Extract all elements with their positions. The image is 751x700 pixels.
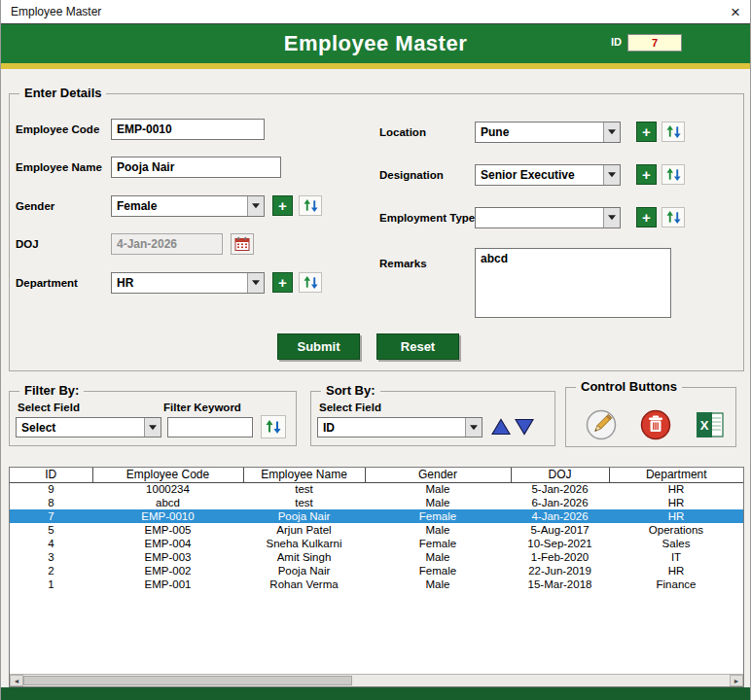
table-cell[interactable]: Sales xyxy=(609,537,743,550)
delete-button[interactable] xyxy=(638,407,673,442)
table-cell[interactable]: EMP-004 xyxy=(92,537,243,550)
filter-keyword-input[interactable] xyxy=(167,417,253,438)
table-row[interactable]: 3EMP-003Amit SinghMale1-Feb-2020IT xyxy=(10,550,743,564)
table-cell[interactable]: test xyxy=(243,496,365,509)
id-field[interactable]: 7 xyxy=(627,34,682,52)
table-cell[interactable]: Male xyxy=(365,496,511,509)
column-header-employee-name[interactable]: Employee Name xyxy=(243,468,365,482)
table-cell[interactable]: HR xyxy=(609,496,743,509)
table-cell[interactable]: Male xyxy=(365,482,511,496)
refresh-location-button[interactable] xyxy=(662,122,685,142)
apply-filter-button[interactable] xyxy=(261,415,286,438)
submit-button[interactable]: Submit xyxy=(277,333,360,360)
table-row[interactable]: 1EMP-001Rohan VermaMale15-Mar-2018Financ… xyxy=(10,578,743,591)
table-cell[interactable]: Female xyxy=(365,509,511,523)
table-cell[interactable]: 9 xyxy=(10,482,92,496)
chevron-down-icon[interactable] xyxy=(247,196,264,216)
table-cell[interactable]: EMP-002 xyxy=(92,564,243,578)
table-cell[interactable]: EMP-0010 xyxy=(92,509,243,523)
table-cell[interactable]: 4-Jan-2026 xyxy=(511,509,609,523)
remarks-textarea[interactable]: abcd xyxy=(475,248,671,318)
table-cell[interactable]: test xyxy=(243,482,365,496)
add-designation-button[interactable]: + xyxy=(636,164,657,185)
add-location-button[interactable]: + xyxy=(636,122,657,142)
column-header-id[interactable]: ID xyxy=(10,468,92,482)
scroll-left-icon[interactable]: ◄ xyxy=(10,675,23,686)
table-cell[interactable]: 5-Jan-2026 xyxy=(511,482,609,496)
table-cell[interactable]: 22-Jun-2019 xyxy=(511,564,609,578)
employee-code-input[interactable] xyxy=(111,119,265,140)
scroll-right-icon[interactable]: ► xyxy=(730,675,743,686)
table-cell[interactable]: Male xyxy=(365,578,511,591)
chevron-down-icon[interactable] xyxy=(247,273,264,293)
table-cell[interactable]: 1 xyxy=(10,578,92,591)
table-cell[interactable]: 5 xyxy=(10,523,92,537)
employment-type-dropdown[interactable] xyxy=(475,207,621,228)
table-cell[interactable]: 7 xyxy=(10,509,92,523)
refresh-designation-button[interactable] xyxy=(662,164,685,185)
chevron-down-icon[interactable] xyxy=(144,418,161,437)
export-excel-button[interactable]: X xyxy=(693,407,728,442)
sort-ascending-button[interactable] xyxy=(490,416,512,438)
table-cell[interactable]: 1000234 xyxy=(92,482,243,496)
table-cell[interactable]: EMP-003 xyxy=(92,550,243,564)
table-row[interactable]: 5EMP-005Arjun PatelMale5-Aug-2017Operati… xyxy=(10,523,743,537)
add-gender-button[interactable]: + xyxy=(272,195,293,216)
chevron-down-icon[interactable] xyxy=(603,122,620,142)
sort-field-dropdown[interactable]: ID xyxy=(317,417,483,438)
table-cell[interactable]: Pooja Nair xyxy=(243,509,365,523)
table-cell[interactable]: HR xyxy=(609,482,743,496)
calendar-button[interactable] xyxy=(231,233,254,255)
table-cell[interactable]: IT xyxy=(609,550,743,564)
column-header-department[interactable]: Department xyxy=(609,468,743,482)
table-cell[interactable]: abcd xyxy=(92,496,243,509)
location-dropdown[interactable]: Pune xyxy=(475,122,621,143)
close-icon[interactable]: × xyxy=(731,4,740,20)
table-cell[interactable]: Operations xyxy=(609,523,743,537)
table-cell[interactable]: HR xyxy=(609,509,743,523)
refresh-department-button[interactable] xyxy=(299,272,322,293)
department-dropdown[interactable]: HR xyxy=(111,272,265,294)
chevron-down-icon[interactable] xyxy=(603,165,620,185)
table-row[interactable]: 4EMP-004Sneha KulkarniFemale10-Sep-2021S… xyxy=(10,537,743,550)
table-cell[interactable]: Male xyxy=(365,550,511,564)
table-row[interactable]: 2EMP-002Pooja NairFemale22-Jun-2019HR xyxy=(10,564,743,578)
table-cell[interactable]: Rohan Verma xyxy=(243,578,365,591)
employee-name-input[interactable] xyxy=(111,157,281,178)
designation-dropdown[interactable]: Senior Executive xyxy=(475,164,621,186)
edit-button[interactable] xyxy=(584,407,619,442)
gender-dropdown[interactable]: Female xyxy=(111,195,265,217)
reset-button[interactable]: Reset xyxy=(376,333,459,360)
filter-field-dropdown[interactable]: Select xyxy=(16,417,161,438)
table-cell[interactable]: Male xyxy=(365,523,511,537)
table-cell[interactable]: 8 xyxy=(10,496,92,509)
add-employment-type-button[interactable]: + xyxy=(636,207,657,228)
chevron-down-icon[interactable] xyxy=(603,208,620,228)
table-cell[interactable]: Sneha Kulkarni xyxy=(243,537,365,550)
table-cell[interactable]: 4 xyxy=(10,537,92,550)
table-cell[interactable]: 10-Sep-2021 xyxy=(511,537,609,550)
table-row[interactable]: 8abcdtestMale6-Jan-2026HR xyxy=(10,496,743,509)
column-header-doj[interactable]: DOJ xyxy=(511,468,609,482)
refresh-gender-button[interactable] xyxy=(299,195,322,216)
column-header-gender[interactable]: Gender xyxy=(365,468,511,482)
table-cell[interactable]: Pooja Nair xyxy=(243,564,365,578)
doj-input[interactable] xyxy=(111,233,223,255)
table-cell[interactable]: EMP-005 xyxy=(92,523,243,537)
table-cell[interactable]: 5-Aug-2017 xyxy=(511,523,609,537)
table-cell[interactable]: Arjun Patel xyxy=(243,523,365,537)
column-header-employee-code[interactable]: Employee Code xyxy=(92,468,243,482)
table-cell[interactable]: Female xyxy=(365,537,511,550)
table-cell[interactable]: HR xyxy=(609,564,743,578)
table-cell[interactable]: Amit Singh xyxy=(243,550,365,564)
sort-descending-button[interactable] xyxy=(514,416,535,438)
scrollbar-thumb[interactable] xyxy=(23,676,352,685)
table-cell[interactable]: Female xyxy=(365,564,511,578)
refresh-employment-type-button[interactable] xyxy=(662,207,685,228)
table-cell[interactable]: 15-Mar-2018 xyxy=(511,578,609,591)
table-cell[interactable]: 3 xyxy=(10,550,92,564)
add-department-button[interactable]: + xyxy=(272,272,293,293)
horizontal-scrollbar[interactable]: ◄ ► xyxy=(10,674,743,686)
table-row[interactable]: 91000234testMale5-Jan-2026HR xyxy=(10,482,743,496)
table-row[interactable]: 7EMP-0010Pooja NairFemale4-Jan-2026HR xyxy=(10,509,743,523)
